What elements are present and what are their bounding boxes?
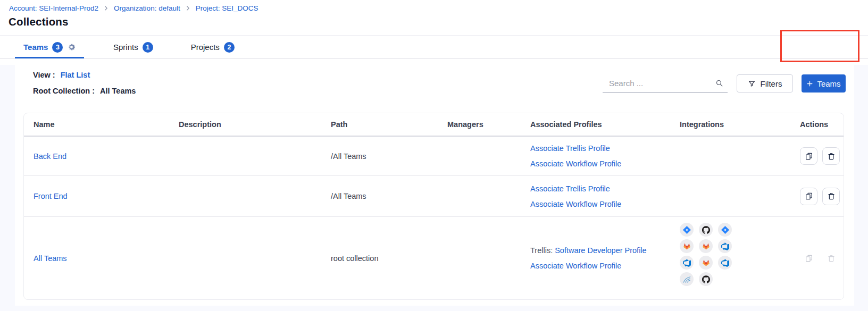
root-collection-label: Root Collection : bbox=[33, 87, 95, 95]
column-header-managers: Managers bbox=[447, 120, 530, 129]
root-collection-selector: Root Collection : All Teams bbox=[33, 87, 136, 95]
breadcrumb-project-link[interactable]: Project: SEI_DOCS bbox=[196, 4, 258, 12]
search-field bbox=[603, 74, 728, 93]
table-row: Front End /All Teams Associate Trellis P… bbox=[24, 176, 844, 217]
delete-button[interactable] bbox=[822, 188, 840, 205]
filters-button[interactable]: Filters bbox=[737, 74, 793, 93]
search-icon bbox=[715, 79, 724, 88]
collections-table: Name Description Path Managers Associate… bbox=[23, 113, 844, 300]
root-collection-value: All Teams bbox=[100, 87, 136, 95]
jira-icon bbox=[718, 223, 732, 237]
table-row: Back End /All Teams Associate Trellis Pr… bbox=[24, 137, 844, 176]
sprints-count-badge: 1 bbox=[143, 42, 153, 53]
collection-name-link[interactable]: All Teams bbox=[34, 254, 67, 263]
view-label: View : bbox=[33, 71, 55, 79]
associate-workflow-profile-link[interactable]: Associate Workflow Profile bbox=[530, 262, 680, 270]
trash-icon bbox=[827, 254, 836, 263]
azure-devops-icon bbox=[680, 256, 694, 270]
associate-workflow-profile-link[interactable]: Associate Workflow Profile bbox=[530, 159, 680, 168]
copy-icon bbox=[805, 192, 813, 200]
column-header-name: Name bbox=[24, 120, 179, 129]
projects-count-badge: 2 bbox=[224, 42, 235, 53]
gear-icon[interactable] bbox=[67, 43, 76, 52]
view-value-link[interactable]: Flat List bbox=[61, 71, 90, 79]
add-teams-button-label: Teams bbox=[817, 79, 840, 88]
column-header-associated-profiles: Associated Profiles bbox=[530, 120, 680, 129]
tab-sprints[interactable]: Sprints 1 bbox=[113, 36, 153, 58]
integrations-cell bbox=[680, 217, 800, 286]
tab-sprints-label: Sprints bbox=[113, 43, 138, 52]
filters-button-label: Filters bbox=[761, 79, 782, 88]
copy-button[interactable] bbox=[800, 147, 817, 165]
trash-icon bbox=[827, 152, 836, 161]
teams-count-badge: 3 bbox=[52, 42, 63, 53]
copy-button[interactable] bbox=[800, 188, 817, 205]
column-header-actions: Actions bbox=[800, 120, 844, 129]
tab-projects-label: Projects bbox=[191, 43, 220, 52]
trellis-prefix-label: Trellis: bbox=[530, 246, 553, 255]
breadcrumb: Account: SEI-Internal-Prod2 Organization… bbox=[9, 4, 258, 12]
azure-devops-icon bbox=[718, 256, 732, 270]
tab-bar: Teams 3 Sprints 1 Projects 2 Add custom … bbox=[0, 35, 868, 58]
collection-name-link[interactable]: Front End bbox=[34, 192, 68, 200]
gitlab-icon bbox=[699, 239, 713, 253]
breadcrumb-account-link[interactable]: Account: SEI-Internal-Prod2 bbox=[9, 4, 98, 12]
chevron-right-icon bbox=[103, 5, 109, 11]
gitlab-icon bbox=[699, 256, 713, 270]
copy-icon bbox=[805, 254, 813, 263]
add-teams-button[interactable]: Teams bbox=[802, 74, 846, 93]
github-icon bbox=[699, 272, 713, 286]
tab-teams[interactable]: Teams 3 bbox=[15, 36, 84, 58]
path-cell: /All Teams bbox=[331, 152, 447, 161]
delete-button-disabled[interactable] bbox=[822, 249, 840, 267]
table-row: All Teams root collection Trellis: Softw… bbox=[24, 217, 844, 299]
search-input[interactable] bbox=[603, 79, 715, 88]
collection-name-link[interactable]: Back End bbox=[34, 152, 66, 161]
column-header-description: Description bbox=[179, 120, 331, 129]
column-header-integrations: Integrations bbox=[680, 120, 800, 129]
trash-icon bbox=[827, 192, 836, 200]
gitlab-icon bbox=[680, 239, 694, 253]
trellis-profile-line: Trellis: Software Developer Profile bbox=[530, 246, 680, 255]
breadcrumb-organization-link[interactable]: Organization: default bbox=[114, 4, 180, 12]
table-header-row: Name Description Path Managers Associate… bbox=[24, 113, 844, 137]
path-cell: /All Teams bbox=[331, 192, 447, 200]
filter-funnel-icon bbox=[748, 80, 756, 88]
copy-icon bbox=[805, 152, 813, 161]
plus-icon bbox=[806, 80, 813, 87]
chevron-right-icon bbox=[185, 5, 191, 11]
path-cell: root collection bbox=[331, 254, 447, 263]
copy-button-disabled[interactable] bbox=[800, 249, 817, 267]
delete-button[interactable] bbox=[822, 147, 840, 165]
github-icon bbox=[699, 223, 713, 237]
trellis-profile-link[interactable]: Software Developer Profile bbox=[555, 246, 646, 255]
column-header-path: Path bbox=[331, 120, 447, 129]
associate-trellis-profile-link[interactable]: Associate Trellis Profile bbox=[530, 144, 680, 153]
sonarqube-icon bbox=[680, 272, 694, 286]
jira-icon bbox=[680, 223, 694, 237]
tab-teams-label: Teams bbox=[23, 43, 48, 52]
view-selector: View : Flat List bbox=[33, 71, 90, 79]
associate-workflow-profile-link[interactable]: Associate Workflow Profile bbox=[530, 200, 680, 208]
associate-trellis-profile-link[interactable]: Associate Trellis Profile bbox=[530, 184, 680, 193]
azure-devops-icon bbox=[718, 239, 732, 253]
tab-projects[interactable]: Projects 2 bbox=[191, 36, 235, 58]
page-title: Collections bbox=[9, 15, 69, 28]
